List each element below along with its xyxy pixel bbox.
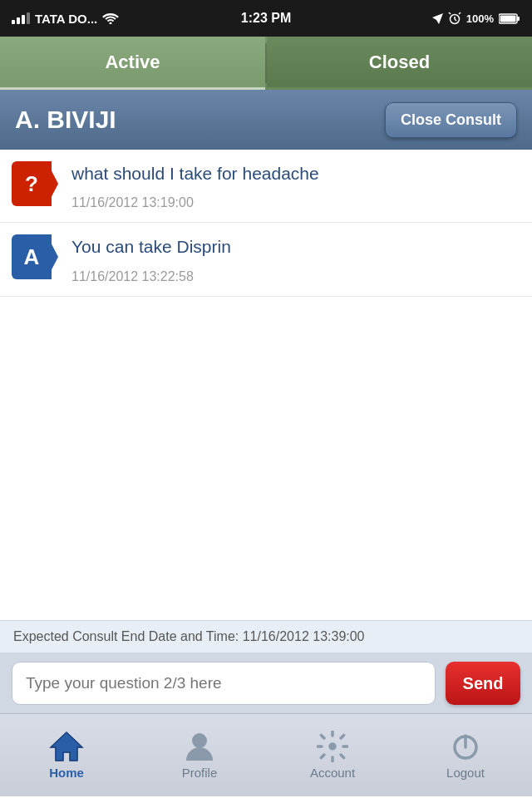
send-button[interactable]: Send [446, 662, 520, 705]
bottom-nav: Home Profile Account Logout [0, 713, 532, 796]
message-content: You can take Disprin 11/16/2012 13:22:58 [71, 234, 517, 283]
status-right: 100% [432, 12, 520, 25]
consult-header: A. BIVIJI Close Consult [0, 90, 532, 150]
question-icon: ? [12, 161, 52, 206]
wifi-icon [102, 12, 119, 24]
profile-icon [185, 731, 214, 762]
nav-logout-label: Logout [446, 766, 485, 780]
battery-label: 100% [466, 12, 494, 25]
message-item: A You can take Disprin 11/16/2012 13:22:… [0, 223, 532, 296]
nav-account-label: Account [310, 766, 355, 780]
carrier-label: TATA DO... [35, 12, 97, 26]
nav-profile-label: Profile [182, 766, 218, 780]
alarm-icon [448, 12, 461, 25]
location-icon [432, 13, 443, 24]
status-time: 1:23 PM [241, 11, 291, 26]
consult-end-bar: Expected Consult End Date and Time: 11/1… [0, 620, 532, 653]
input-area: Send [0, 653, 532, 713]
patient-name: A. BIVIJI [15, 106, 116, 134]
battery-icon [499, 13, 520, 24]
nav-logout[interactable]: Logout [399, 714, 532, 796]
tab-closed[interactable]: Closed [267, 37, 532, 90]
signal-icon [12, 12, 30, 24]
message-time: 11/16/2012 13:22:58 [71, 269, 517, 284]
answer-icon: A [12, 234, 52, 279]
tab-bar: Active Closed [0, 37, 532, 90]
close-consult-button[interactable]: Close Consult [385, 102, 517, 138]
power-icon [451, 731, 480, 762]
svg-point-8 [192, 733, 207, 748]
message-text: what should I take for headache [71, 161, 517, 185]
message-input[interactable] [12, 662, 436, 705]
status-bar: TATA DO... 1:23 PM 100% [0, 0, 532, 37]
message-item: ? what should I take for headache 11/16/… [0, 150, 532, 223]
tab-active[interactable]: Active [0, 37, 265, 90]
svg-line-2 [455, 19, 456, 21]
home-icon [49, 731, 84, 762]
nav-home-label: Home [49, 766, 84, 780]
nav-profile[interactable]: Profile [133, 714, 266, 796]
question-badge: ? [12, 161, 58, 206]
gear-icon [317, 731, 348, 762]
svg-rect-4 [500, 15, 516, 22]
status-left: TATA DO... [12, 12, 119, 26]
answer-badge: A [12, 234, 58, 279]
message-time: 11/16/2012 13:19:00 [71, 195, 517, 210]
chat-area: ? what should I take for headache 11/16/… [0, 150, 532, 620]
svg-rect-5 [517, 17, 520, 21]
nav-home[interactable]: Home [0, 714, 133, 796]
message-text: You can take Disprin [71, 234, 517, 259]
nav-account[interactable]: Account [266, 714, 399, 796]
message-content: what should I take for headache 11/16/20… [71, 161, 517, 210]
